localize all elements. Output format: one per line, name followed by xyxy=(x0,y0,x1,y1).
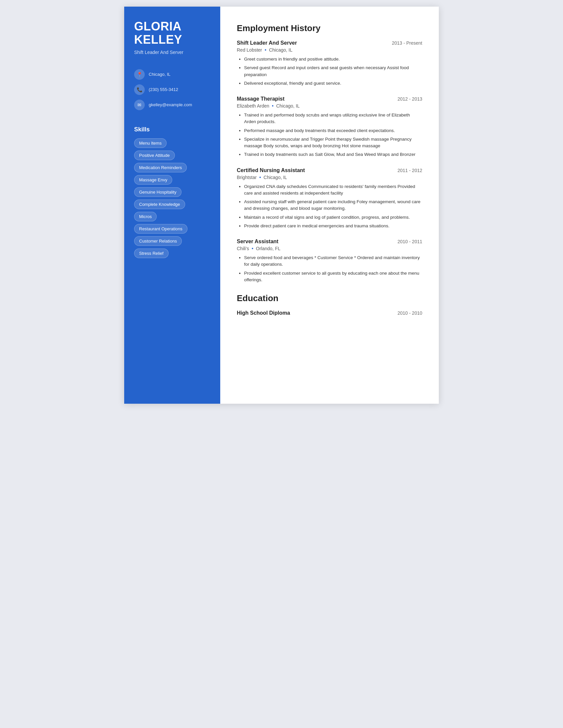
skills-heading: Skills xyxy=(134,126,210,133)
bullet-item: Maintain a record of vital signs and log… xyxy=(244,214,422,221)
job-dates: 2010 - 2011 xyxy=(398,239,422,244)
bullet-item: Organized CNA daily schedules Communicat… xyxy=(244,183,422,197)
company-name: Chili's xyxy=(237,246,249,251)
education-heading: Education xyxy=(237,293,422,303)
bullet-item: Served guest Record and input orders and… xyxy=(244,65,422,78)
job-header: Shift Leader And Server2013 - Present xyxy=(237,40,422,46)
job-bullets: Greet customers in friendly and positive… xyxy=(237,56,422,87)
job-dates: 2012 - 2013 xyxy=(398,96,422,102)
employment-heading: Employment History xyxy=(237,23,422,33)
candidate-name: GLORIA KELLEY xyxy=(134,20,210,46)
sidebar: GLORIA KELLEY Shift Leader And Server 📍 … xyxy=(124,7,220,404)
skill-tag: Positive Attitude xyxy=(134,151,175,160)
contact-location: 📍 Chicago, IL xyxy=(134,69,210,80)
separator: • xyxy=(272,103,273,109)
job-title: Certified Nursing Assistant xyxy=(237,167,305,173)
email-text: gkelley@example.com xyxy=(149,102,192,107)
skill-tag: Medication Reminders xyxy=(134,163,187,172)
location-icon: 📍 xyxy=(134,69,145,80)
skill-tag: Genuine Hospitality xyxy=(134,187,181,197)
job-bullets: Serve ordered food and beverages * Custo… xyxy=(237,254,422,283)
phone-icon: 📞 xyxy=(134,84,145,95)
separator: • xyxy=(259,175,261,180)
skill-tag: Massage Envy xyxy=(134,175,172,185)
company-location: Chicago, IL xyxy=(263,175,287,180)
job-company: Chili's•Orlando, FL xyxy=(237,246,422,251)
jobs-list: Shift Leader And Server2013 - PresentRed… xyxy=(237,40,422,283)
separator: • xyxy=(252,246,253,251)
job-entry: Massage Therapist2012 - 2013Elizabeth Ar… xyxy=(237,96,422,158)
bullet-item: Greet customers in friendly and positive… xyxy=(244,56,422,63)
company-location: Orlando, FL xyxy=(256,246,280,251)
candidate-title: Shift Leader And Server xyxy=(134,49,210,56)
job-bullets: Organized CNA daily schedules Communicat… xyxy=(237,183,422,230)
main-content: Employment History Shift Leader And Serv… xyxy=(220,7,439,404)
skill-tag: Complete Knowledge xyxy=(134,200,185,209)
edu-entry: High School Diploma2010 - 2010 xyxy=(237,310,422,316)
phone-text: (230) 555-3412 xyxy=(149,87,178,92)
separator: • xyxy=(264,47,266,53)
company-name: Red Lobster xyxy=(237,47,262,53)
company-name: Elizabeth Arden xyxy=(237,103,269,109)
job-dates: 2013 - Present xyxy=(392,40,422,46)
job-company: Red Lobster•Chicago, IL xyxy=(237,47,422,53)
job-company: Brightstar•Chicago, IL xyxy=(237,175,422,180)
job-title: Server Assistant xyxy=(237,239,278,245)
skill-tag: Customer Relations xyxy=(134,236,182,246)
bullet-item: Delivered exceptional, friendly and gues… xyxy=(244,80,422,87)
edu-dates: 2010 - 2010 xyxy=(398,310,422,316)
location-text: Chicago, IL xyxy=(149,72,170,77)
education-section: Education High School Diploma2010 - 2010 xyxy=(237,293,422,316)
bullet-item: Assisted nursing staff with general pati… xyxy=(244,199,422,212)
job-header: Massage Therapist2012 - 2013 xyxy=(237,96,422,102)
skill-tag: Menu Items xyxy=(134,138,166,148)
name-block: GLORIA KELLEY Shift Leader And Server xyxy=(134,20,210,56)
email-icon: ✉ xyxy=(134,100,145,110)
job-dates: 2011 - 2012 xyxy=(398,168,422,173)
bullet-item: Trained in body treatments such as Salt … xyxy=(244,151,422,158)
job-bullets: Trained in and performed body scrubs and… xyxy=(237,112,422,158)
bullet-item: Provided excellent customer service to a… xyxy=(244,270,422,284)
company-location: Chicago, IL xyxy=(269,47,293,53)
contact-phone: 📞 (230) 555-3412 xyxy=(134,84,210,95)
skills-list: Menu ItemsPositive AttitudeMedication Re… xyxy=(134,138,210,258)
bullet-item: Trained in and performed body scrubs and… xyxy=(244,112,422,125)
contact-section: 📍 Chicago, IL 📞 (230) 555-3412 ✉ gkelley… xyxy=(134,69,210,110)
job-entry: Certified Nursing Assistant2011 - 2012Br… xyxy=(237,167,422,230)
company-name: Brightstar xyxy=(237,175,257,180)
contact-email: ✉ gkelley@example.com xyxy=(134,100,210,110)
job-header: Certified Nursing Assistant2011 - 2012 xyxy=(237,167,422,173)
education-list: High School Diploma2010 - 2010 xyxy=(237,310,422,316)
skill-tag: Stress Relief xyxy=(134,249,168,258)
job-entry: Server Assistant2010 - 2011Chili's•Orlan… xyxy=(237,239,422,283)
skill-tag: Micros xyxy=(134,212,157,221)
job-company: Elizabeth Arden•Chicago, IL xyxy=(237,103,422,109)
company-location: Chicago, IL xyxy=(276,103,300,109)
job-entry: Shift Leader And Server2013 - PresentRed… xyxy=(237,40,422,87)
job-title: Shift Leader And Server xyxy=(237,40,297,46)
skills-section: Skills Menu ItemsPositive AttitudeMedica… xyxy=(134,126,210,258)
job-header: Server Assistant2010 - 2011 xyxy=(237,239,422,245)
skill-tag: Restaurant Operations xyxy=(134,224,187,234)
degree-title: High School Diploma xyxy=(237,310,290,316)
bullet-item: Specialize in neuromuscular and Trigger … xyxy=(244,136,422,150)
bullet-item: Serve ordered food and beverages * Custo… xyxy=(244,254,422,268)
resume-container: GLORIA KELLEY Shift Leader And Server 📍 … xyxy=(124,7,439,404)
job-title: Massage Therapist xyxy=(237,96,285,102)
bullet-item: Provide direct patient care in medical e… xyxy=(244,223,422,229)
bullet-item: Performed massage and body treatments th… xyxy=(244,127,422,134)
